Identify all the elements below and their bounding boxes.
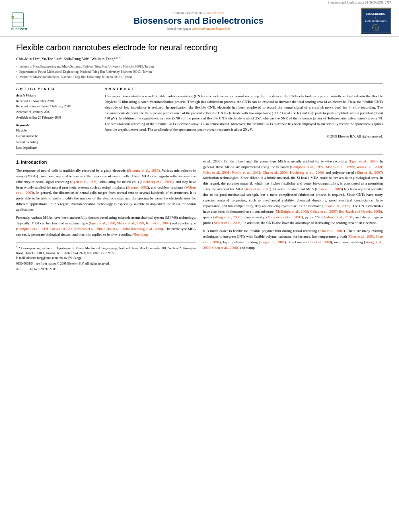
author-1: Chia-Min Lina	[16, 57, 39, 61]
footnote-section: * * Corresponding author at: Department …	[16, 242, 196, 272]
ref-chan[interactable]: Chan et al., 2008	[316, 187, 341, 191]
ref-chu2[interactable]: Chu et al., 2006	[263, 170, 288, 175]
divider-1	[16, 83, 383, 84]
svg-text:🌿: 🌿	[11, 16, 14, 19]
ref-schanne[interactable]: Schanne et al., 1968	[128, 168, 159, 173]
article-info-abstract: A R T I C L E I N F O Article history: R…	[16, 87, 383, 151]
ref-ci[interactable]: Ci et al., 2008	[310, 240, 331, 244]
ref-chu1[interactable]: Chu et al., 2006	[105, 227, 128, 231]
article-info-heading: A R T I C L E I N F O	[16, 87, 97, 92]
ref-kim4[interactable]: Kim et al., 2007	[319, 229, 343, 233]
keywords-label: Keywords:	[16, 123, 97, 127]
ref-benjacob[interactable]: Ben-Jacob and Hanein, 2008	[339, 210, 381, 214]
body-col-left: 1. Introduction The response of neural c…	[16, 159, 196, 272]
mechanical-text: mechanical	[228, 193, 245, 197]
ref-egert2[interactable]: Egert et al., 1998	[90, 221, 115, 225]
author-3: Shih-Rung Yehc	[64, 57, 89, 61]
footnote-corresponding: * * Corresponding author at: Department …	[16, 245, 196, 256]
ref-manos2[interactable]: Manos et al., 1999	[326, 165, 354, 169]
ref-chen1[interactable]: Chen et al., 2003	[349, 234, 374, 238]
article-title: Flexible carbon nanotubes electrode for …	[16, 42, 383, 53]
article-info-col: A R T I C L E I N F O Article history: R…	[16, 87, 97, 151]
ref-hochberg4[interactable]: Hochberg et al., 2006	[290, 170, 323, 175]
ref-keefer[interactable]: Keefer et al., 2008	[214, 221, 241, 225]
abstract-heading: A B S T R A C T	[105, 87, 383, 92]
body-para-2: Presently, various MEAs have been succes…	[16, 215, 196, 238]
ref-griss2[interactable]: Griss et al., 2001	[203, 170, 230, 175]
ref-norlin2[interactable]: Norlin et al., 2002	[232, 170, 260, 175]
ref-campbell1[interactable]: Campbell et al., 1991	[17, 227, 48, 231]
affiliation-b: b Department of Power Mechanical Enginee…	[16, 70, 383, 75]
divider-2	[16, 154, 383, 155]
journal-logo: BIOSENSORS & BIOELECTRONICS B	[361, 8, 391, 34]
affiliations: a Institute of NanoEngineering and Micro…	[16, 64, 383, 80]
ref-mazzatenta[interactable]: Mazzatenta et al., 2007	[267, 215, 302, 219]
keywords-list: Flexible Carbon nanotube Neural recordin…	[16, 128, 97, 151]
ref-gabriel[interactable]: Gabriel et al., 2008	[324, 215, 352, 219]
ref-hochberg1[interactable]: Hochberg et al., 2006	[141, 180, 173, 184]
svg-text:B: B	[375, 27, 377, 30]
svg-text:BIOSENSORS: BIOSENSORS	[366, 12, 385, 15]
ref-kim1[interactable]: Kim et al., 2007	[146, 221, 170, 225]
ref-zrenner[interactable]: Zrenner, 2002	[127, 185, 148, 189]
journal-number: Biosensors and Bioelectronics 24 (2009) …	[0, 0, 399, 4]
ref-mcknight[interactable]: McKnight et al., 2006	[276, 210, 308, 214]
ref-egert3[interactable]: Egert et al., 1998	[350, 159, 376, 163]
page-header: 🌿 ELSEVIER Contents lists available at S…	[0, 4, 399, 37]
abstract-col: A B S T R A C T This paper demonstrates …	[105, 87, 383, 151]
sciencedirect-link[interactable]: ScienceDirect	[206, 11, 224, 15]
ref-wilson[interactable]: Wilson et al., 2003	[16, 185, 196, 195]
ref-norlin1[interactable]: Norlin et al., 2002	[77, 227, 104, 231]
ref-hochberg3[interactable]: Hochberg	[134, 232, 148, 236]
journal-homepage: journal homepage: www.elsevier.com/locat…	[40, 27, 357, 31]
elsevier-logo-svg: 🌿 ELSEVIER	[10, 11, 34, 31]
content-area: Flexible carbon nanotubes electrode for …	[0, 37, 399, 277]
affiliation-c: c Institute of Molecular Medicine, Natio…	[16, 75, 383, 80]
ref-griss1[interactable]: Griss et al., 2001	[50, 227, 75, 231]
ref-campbell2[interactable]: Campbell et al., 1991	[291, 165, 323, 169]
footnote-email: E-mail address: fang@pme.nthu.edu.tw (W.…	[16, 256, 196, 261]
body-para-3: et al., 2006). On the other hand, the pl…	[203, 159, 383, 226]
body-col-right: et al., 2006). On the other hand, the pl…	[203, 159, 383, 272]
abstract-text: This paper demonstrates a novel flexible…	[105, 94, 383, 133]
ref-manos1[interactable]: Manos et al., 1999	[117, 221, 144, 225]
page-container: Biosensors and Bioelectronics 24 (2009) …	[0, 0, 399, 277]
authors-line: Chia-Min Lina, Yu-Tao Leea, Shih-Rung Ye…	[16, 56, 383, 62]
ref-yoon[interactable]: Yoon et al., 2000	[356, 165, 382, 169]
elsevier-logo: 🌿 ELSEVIER	[8, 11, 36, 31]
ref-kim2[interactable]: Kim et al., 2007	[356, 170, 382, 175]
ref-hochberg2[interactable]: Hochberg et al., 2006	[131, 227, 162, 231]
footnote-issn: 0956-5663/$ – see front matter © 2009 El…	[16, 261, 196, 266]
body-para-1: The response of neural cells is traditio…	[16, 168, 196, 213]
body-para-4: It is much easier to handle the flexible…	[203, 228, 383, 251]
footnote-doi: doi:10.1016/j.bios.2009.02.005	[16, 267, 196, 272]
ref-wang1[interactable]: Wang et al., 2006	[214, 215, 240, 219]
ref-chen2[interactable]: Chen et al., 2008	[212, 246, 237, 250]
homepage-url[interactable]: www.elsevier.com/locate/bios	[191, 27, 230, 31]
author-4: Weileun Fanga, b, *	[91, 57, 121, 61]
section-1-title: 1. Introduction	[16, 159, 196, 166]
journal-title: Biosensors and Bioelectronics	[40, 16, 357, 26]
ref-jung[interactable]: Jung et al., 2006	[260, 240, 285, 244]
svg-text:BIOELECTRONICS: BIOELECTRONICS	[365, 20, 387, 23]
ref-kim3[interactable]: Kim et al., 2007	[246, 187, 270, 191]
ref-egert1[interactable]: Egert et al., 1998	[71, 180, 96, 184]
svg-text:ELSEVIER: ELSEVIER	[11, 27, 27, 31]
affiliation-a: a Institute of NanoEngineering and Micro…	[16, 64, 383, 70]
journal-logo-svg: BIOSENSORS & BIOELECTRONICS B	[361, 8, 391, 34]
article-history-label: Article history:	[16, 94, 97, 97]
author-2: Yu-Tao Leea	[41, 57, 62, 61]
article-dates: Received 11 November 2008 Received in re…	[16, 99, 97, 120]
body-content: 1. Introduction The response of neural c…	[16, 159, 383, 272]
ref-gabay[interactable]: Gabay et al., 2007	[310, 210, 337, 214]
sciencedirect-line: Contents lists available at ScienceDirec…	[40, 11, 357, 15]
abstract-copyright: © 2009 Elsevier B.V. All rights reserved…	[105, 134, 383, 138]
ref-lovat[interactable]: Lovat et al., 2005	[323, 204, 349, 208]
